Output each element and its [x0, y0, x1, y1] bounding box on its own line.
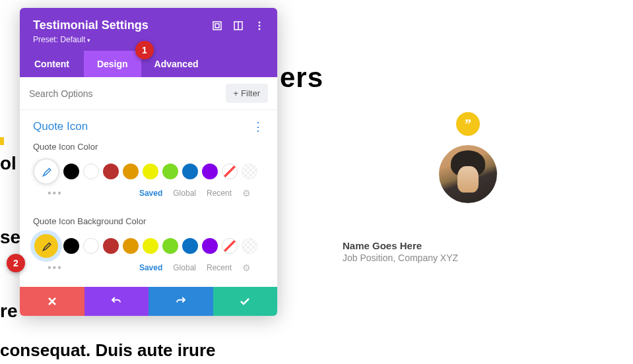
plus-icon: + [234, 88, 239, 98]
section-menu-icon[interactable]: ⋮ [252, 119, 264, 134]
footer-actions [20, 287, 277, 316]
preview-meta: Job Position, Company XYZ [343, 253, 593, 263]
swatch-black[interactable] [63, 164, 79, 179]
swatch-black[interactable] [63, 238, 79, 254]
swatch-transparent[interactable] [242, 164, 257, 179]
svg-point-5 [259, 24, 261, 26]
background-text-left: ol se re [0, 145, 20, 330]
swatch-yellow[interactable] [143, 238, 158, 254]
close-button[interactable] [20, 287, 84, 316]
filter-button[interactable]: +Filter [226, 84, 268, 103]
left-accent-border [0, 137, 4, 145]
color-picker-button[interactable] [33, 158, 59, 185]
swatch-purple[interactable] [202, 164, 218, 179]
testimonial-preview: ” Name Goes Here Job Position, Company X… [343, 112, 593, 263]
palette-tab-saved[interactable]: Saved [139, 189, 162, 198]
svg-rect-1 [215, 24, 219, 28]
tab-content[interactable]: Content [20, 51, 84, 77]
quote-icon-bg-color-group: Quote Icon Background Color ••• Saved Gl… [20, 212, 277, 287]
swatch-none[interactable] [222, 164, 238, 179]
palette-tab-recent[interactable]: Recent [207, 189, 232, 198]
svg-point-4 [259, 21, 261, 23]
palette-tab-global[interactable]: Global [173, 189, 196, 198]
panel-title: Testimonial Settings [33, 18, 149, 32]
swatch-orange[interactable] [123, 164, 139, 179]
preview-name: Name Goes Here [343, 240, 593, 251]
redo-button[interactable] [149, 287, 213, 316]
background-text-bottom: consequat. Duis aute irure [0, 340, 216, 361]
background-text-ers: ers [280, 62, 323, 94]
quote-icon-bg-label: Quote Icon Background Color [33, 216, 264, 226]
annotation-marker-2: 2 [7, 254, 25, 272]
palette-tab-recent[interactable]: Recent [207, 263, 232, 272]
search-input[interactable] [29, 88, 220, 99]
swatch-transparent[interactable] [242, 238, 257, 254]
undo-button[interactable] [84, 287, 149, 316]
palette-tab-global[interactable]: Global [173, 263, 196, 272]
search-row: +Filter [20, 77, 277, 110]
swatch-purple[interactable] [202, 238, 218, 254]
tab-design[interactable]: Design [84, 51, 141, 77]
swatch-none[interactable] [222, 238, 238, 254]
svg-point-6 [259, 28, 261, 30]
gear-icon[interactable]: ⚙ [242, 188, 251, 198]
quote-icon: ” [456, 112, 480, 136]
annotation-marker-1: 1 [135, 41, 154, 59]
layout-icon[interactable] [234, 21, 243, 30]
swatch-blue[interactable] [182, 164, 198, 179]
swatch-blue[interactable] [182, 238, 198, 254]
swatch-green[interactable] [162, 238, 178, 254]
swatch-yellow[interactable] [143, 164, 158, 179]
quote-icon-color-label: Quote Icon Color [33, 142, 264, 152]
swatch-green[interactable] [162, 164, 178, 179]
avatar [439, 145, 497, 203]
swatch-orange[interactable] [123, 238, 139, 254]
section-title[interactable]: Quote Icon [33, 120, 88, 133]
more-icon[interactable] [255, 21, 264, 30]
swatch-white[interactable] [83, 164, 99, 179]
swatch-darkred[interactable] [103, 238, 119, 254]
section-quote-icon: Quote Icon ⋮ [20, 110, 277, 138]
bg-color-picker-button[interactable] [33, 233, 59, 259]
palette-tab-saved[interactable]: Saved [139, 263, 162, 272]
swatch-darkred[interactable] [103, 164, 119, 179]
quote-icon-color-group: Quote Icon Color ••• Saved Global Recent… [20, 138, 277, 212]
svg-rect-0 [213, 22, 221, 30]
gear-icon[interactable]: ⚙ [242, 262, 251, 273]
swatch-white[interactable] [83, 238, 99, 254]
expand-icon[interactable] [213, 21, 222, 30]
palette-more-icon[interactable]: ••• [48, 262, 63, 274]
save-button[interactable] [213, 287, 278, 316]
palette-more-icon[interactable]: ••• [48, 187, 63, 199]
